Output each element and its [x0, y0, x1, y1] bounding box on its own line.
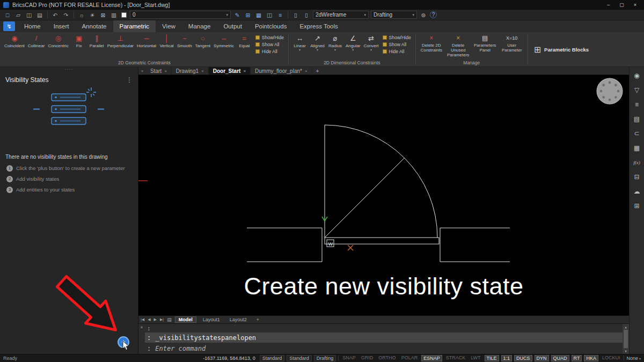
layer-freeze-icon[interactable]: ☀	[88, 10, 97, 20]
filter-icon[interactable]: ▽	[634, 87, 639, 93]
paperclip-icon[interactable]: ⊂	[634, 130, 639, 137]
structure-icon[interactable]: ⊟	[634, 174, 639, 180]
toggle-scale[interactable]: 1:1	[501, 355, 513, 361]
tab-express-tools[interactable]: Express Tools	[293, 20, 344, 32]
toggle-snap[interactable]: SNAP	[341, 355, 357, 361]
layers-icon[interactable]: ▤	[634, 116, 640, 122]
minimize-icon[interactable]: –	[607, 2, 610, 8]
regen-icon[interactable]: ◫	[265, 10, 274, 20]
toggle-lwt[interactable]: LWT	[469, 355, 482, 361]
toggle-quad[interactable]: QUAD	[551, 355, 569, 361]
angular-button[interactable]: ∠Angular▾	[344, 33, 362, 51]
close-icon[interactable]: ×	[305, 69, 308, 73]
toggle-rt[interactable]: RT	[572, 355, 582, 361]
workspace-select[interactable]: Drafting ▾	[371, 11, 417, 19]
aligned-button[interactable]: ↗Aligned▾	[309, 33, 326, 51]
open-icon[interactable]: ▱	[14, 10, 23, 20]
toggle-dyn[interactable]: DYN	[535, 355, 549, 361]
tab-manage[interactable]: Manage	[182, 20, 217, 32]
cloud-icon[interactable]: ☁	[634, 188, 640, 195]
last-layout-icon[interactable]: ▶|	[160, 317, 164, 322]
dim-show-all-button[interactable]: Show All	[383, 42, 411, 47]
layout2-tab[interactable]: Layout2	[226, 317, 250, 322]
sheet-prev-icon[interactable]: ▯	[291, 10, 300, 20]
text-style-field[interactable]: Standard	[260, 355, 285, 361]
grid-blocks-icon[interactable]: ⊞	[634, 203, 639, 209]
convert-button[interactable]: ⇄Convert▾	[362, 33, 380, 51]
toggle-hka[interactable]: HKA	[584, 355, 598, 361]
tab-parametric[interactable]: Parametric	[113, 20, 156, 32]
toggle-esnap[interactable]: ESNAP	[421, 355, 442, 361]
help-icon[interactable]: ?	[430, 11, 437, 18]
tab-insert[interactable]: Insert	[47, 20, 76, 32]
kebab-menu-icon[interactable]: ⋮	[126, 76, 133, 84]
doc-tab-door-start[interactable]: Door_Start×	[209, 67, 251, 75]
model-tab[interactable]: Model	[175, 316, 196, 323]
tangent-button[interactable]: ○Tangent	[194, 33, 212, 48]
user-parameter-button[interactable]: X=10User Parameter	[499, 33, 525, 53]
toggle-ortho[interactable]: ORTHO	[377, 355, 397, 361]
close-icon[interactable]: ×	[634, 2, 636, 8]
draw-order-icon[interactable]: ✎	[233, 10, 241, 20]
tab-output[interactable]: Output	[217, 20, 248, 32]
toggle-ducs[interactable]: DUCS	[514, 355, 532, 361]
maximize-icon[interactable]: ▢	[619, 2, 624, 8]
visual-style-select[interactable]: 2dWireframe ▾	[313, 11, 369, 19]
fx-parameters-icon[interactable]: f(x)	[633, 159, 640, 166]
layer-lock-icon[interactable]: ⊠	[99, 10, 107, 20]
command-panel-close-icon[interactable]: ×	[141, 325, 143, 330]
fix-button[interactable]: ▣Fix	[70, 33, 88, 48]
hatch-icon[interactable]: ▦	[634, 145, 640, 151]
doc-tab-start[interactable]: Start×	[146, 67, 172, 75]
link-icon[interactable]: ⊚	[419, 10, 428, 20]
tab-home[interactable]: Home	[18, 20, 47, 32]
collinear-button[interactable]: /Collinear	[26, 33, 47, 48]
panel-drag-handle[interactable]: ····	[0, 67, 138, 73]
close-icon[interactable]: ×	[201, 69, 204, 73]
equal-button[interactable]: =Equal	[236, 33, 253, 48]
hatch-icon[interactable]: ▦	[254, 10, 263, 20]
dim-style-field[interactable]: Standard	[287, 355, 312, 361]
parameters-panel-button[interactable]: ▤Parameters Panel	[472, 33, 499, 53]
bulb-icon[interactable]: ◉	[634, 72, 639, 79]
first-layout-icon[interactable]: |◀	[141, 317, 144, 322]
doc-tab-dummy-floor-plan[interactable]: Dummy_floor_plan*×	[251, 67, 312, 75]
tab-pointclouds[interactable]: Pointclouds	[248, 20, 293, 32]
delete-2d-constraints-button[interactable]: ×Delete 2D Constraints	[418, 33, 445, 53]
smooth-button[interactable]: ~Smooth	[175, 33, 194, 48]
sliders-icon[interactable]: ≡	[635, 101, 639, 108]
symmetric-button[interactable]: ⇔Symmetric	[212, 33, 236, 48]
coincident-button[interactable]: ◉Coincident	[3, 33, 26, 48]
settings-icon[interactable]: ≡	[276, 10, 284, 20]
save-icon[interactable]: ◫	[25, 10, 33, 20]
scroll-up-icon[interactable]: ▲	[625, 325, 627, 329]
scroll-down-icon[interactable]: ▼	[625, 349, 627, 353]
radius-button[interactable]: ⌀Radius▾	[326, 33, 344, 51]
explode-icon[interactable]: ⊞	[244, 10, 252, 20]
app-menu-button[interactable]: ↯	[3, 21, 15, 31]
scrollbar-thumb[interactable]	[624, 330, 628, 348]
new-icon[interactable]: □	[3, 10, 12, 20]
toggle-grid[interactable]: GRID	[360, 355, 375, 361]
layer-plot-icon[interactable]: ▥	[109, 10, 118, 20]
layer-select[interactable]: 0 ▾	[130, 11, 231, 19]
prev-layout-icon[interactable]: ◀	[148, 317, 150, 322]
tab-view[interactable]: View	[156, 20, 182, 32]
geo-show-hide-button[interactable]: Show/Hide	[255, 35, 284, 40]
workspace-field[interactable]: Drafting	[314, 355, 336, 361]
parametric-blocks-button[interactable]: ⊞ Parametric Blocks	[529, 32, 594, 67]
vertical-button[interactable]: │Vertical	[158, 33, 175, 48]
close-icon[interactable]: ×	[164, 69, 167, 73]
geo-show-all-button[interactable]: Show All	[255, 42, 284, 47]
layer-on-icon[interactable]: ☼	[77, 10, 86, 20]
concentric-button[interactable]: ◎Concentric	[46, 33, 70, 48]
parallel-button[interactable]: ∥Parallel	[88, 33, 106, 48]
layout-list-icon[interactable]: ▤	[167, 317, 172, 322]
delete-unused-parameters-button[interactable]: ×Delete Unused Parameters	[445, 33, 472, 57]
layout1-tab[interactable]: Layout1	[200, 317, 223, 322]
doc-tab-drawing1[interactable]: Drawing1×	[172, 67, 209, 75]
horizontal-button[interactable]: ─Horizontal	[135, 33, 158, 48]
next-layout-icon[interactable]: ▶	[154, 317, 157, 322]
toggle-polar[interactable]: POLAR	[400, 355, 420, 361]
dim-show-hide-button[interactable]: Show/Hide	[383, 35, 411, 40]
